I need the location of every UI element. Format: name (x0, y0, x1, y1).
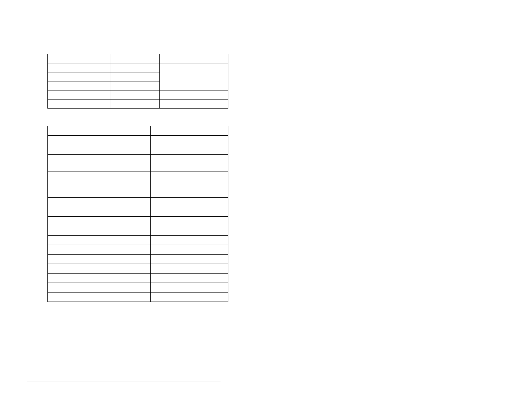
table-row (48, 255, 228, 264)
table-row (48, 264, 228, 274)
table-row (48, 293, 228, 302)
cell (150, 264, 228, 274)
cell (150, 217, 228, 226)
cell (48, 293, 120, 302)
cell (120, 293, 150, 302)
table-1 (47, 54, 228, 109)
cell (159, 90, 228, 100)
cell (48, 100, 111, 109)
cell (48, 236, 120, 245)
cell (120, 188, 150, 198)
cell (48, 283, 120, 293)
cell (48, 188, 120, 198)
cell (48, 63, 111, 72)
cell (111, 81, 159, 90)
cell (120, 155, 150, 171)
cell (120, 245, 150, 255)
footnote-rule (27, 382, 221, 382)
cell (120, 207, 150, 217)
table-row (48, 100, 228, 109)
cell (150, 283, 228, 293)
cell (150, 293, 228, 302)
table-row (48, 145, 228, 155)
cell (150, 207, 228, 217)
cell (48, 207, 120, 217)
cell (48, 198, 120, 207)
cell (120, 226, 150, 236)
cell (120, 198, 150, 207)
cell (120, 283, 150, 293)
cell (111, 100, 159, 109)
table-row (48, 155, 228, 171)
cell (48, 136, 120, 145)
content-column (47, 54, 228, 302)
cell (150, 255, 228, 264)
table-row (48, 207, 228, 217)
cell (48, 171, 120, 188)
cell (48, 264, 120, 274)
table-row (48, 283, 228, 293)
table-row (48, 198, 228, 207)
cell (48, 274, 120, 283)
table-row (48, 236, 228, 245)
cell (120, 264, 150, 274)
cell (111, 72, 159, 81)
cell (111, 90, 159, 100)
cell (150, 145, 228, 155)
cell (120, 136, 150, 145)
cell (111, 54, 159, 63)
cell (48, 54, 111, 63)
table-row (48, 245, 228, 255)
cell (120, 236, 150, 245)
cell (159, 100, 228, 109)
cell (48, 90, 111, 100)
table-row (48, 171, 228, 188)
table-row (48, 217, 228, 226)
cell (150, 245, 228, 255)
cell (150, 198, 228, 207)
cell (150, 188, 228, 198)
table-gap (47, 109, 228, 126)
cell (120, 126, 150, 136)
table-row (48, 274, 228, 283)
cell (150, 136, 228, 145)
table-row (48, 126, 228, 136)
cell (111, 63, 159, 72)
cell (48, 255, 120, 264)
cell (48, 155, 120, 171)
cell (150, 236, 228, 245)
cell (120, 217, 150, 226)
table-row (48, 188, 228, 198)
cell (120, 274, 150, 283)
page (0, 0, 532, 411)
cell (48, 217, 120, 226)
cell (150, 274, 228, 283)
cell (150, 226, 228, 236)
cell (120, 255, 150, 264)
table-row (48, 63, 228, 72)
table-row (48, 54, 228, 63)
cell (48, 72, 111, 81)
cell-merged (159, 63, 228, 90)
cell (48, 81, 111, 90)
cell (48, 145, 120, 155)
cell (159, 54, 228, 63)
table-2 (47, 126, 228, 302)
table-row (48, 90, 228, 100)
cell (150, 126, 228, 136)
cell (150, 171, 228, 188)
cell (120, 171, 150, 188)
cell (48, 245, 120, 255)
cell (120, 145, 150, 155)
table-row (48, 226, 228, 236)
cell (150, 155, 228, 171)
cell (48, 226, 120, 236)
table-row (48, 136, 228, 145)
cell (48, 126, 120, 136)
